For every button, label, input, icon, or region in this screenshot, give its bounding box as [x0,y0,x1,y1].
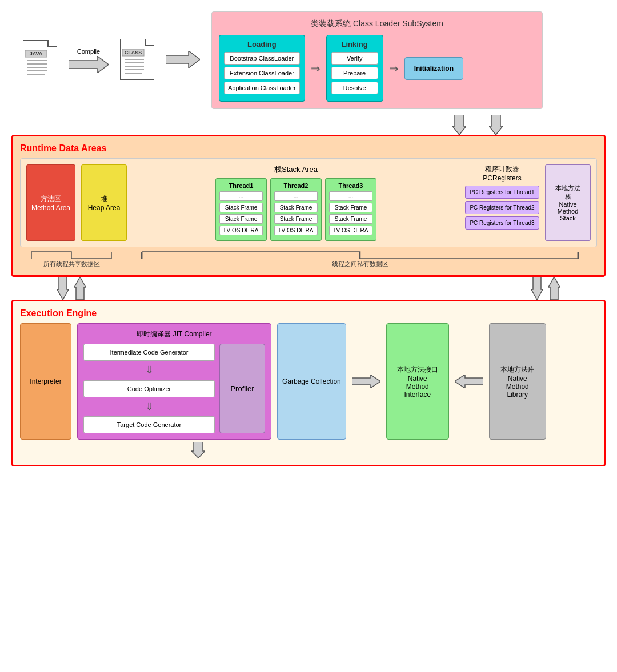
heap-area-box: 堆 Heap Area [81,164,127,241]
linking-title: Linking [331,40,378,49]
jit-compiler-box: 即时编译器 JIT Compiler Itermediate Code Gene… [77,323,271,440]
shared-brace-group: 所有线程共享数据区 [20,251,123,268]
left-vertical-arrows [57,277,86,300]
stack-threads: Thread1 ... Stack Frame Stack Frame LV O… [215,178,376,241]
bootstrap-classloader: Bootstrap ClassLoader [224,52,300,65]
arrow-down-1 [452,115,466,135]
big-arrow-right [166,51,200,70]
thread2-lv: LV OS DL RA [274,226,318,235]
method-area-label: 方法区 Method Area [31,194,70,212]
diagram-wrapper: JAVA Compile CLASS [11,11,606,466]
classloader-title: 类装载系统 Class Loader SubSystem [219,19,535,29]
class-file-icon: CLASS [120,39,154,82]
jit-title: 即时编译器 JIT Compiler [83,329,265,339]
classloader-system: 类装载系统 Class Loader SubSystem Loading Boo… [211,11,543,109]
svg-marker-20 [57,277,69,300]
initialization-box: Initialization [404,57,463,80]
svg-text:CLASS: CLASS [125,50,142,55]
thread1-sf1: Stack Frame [219,203,263,212]
execution-section: Execution Engine Interpreter 即时编译器 JIT C… [11,300,606,466]
nml-label: 本地方法库 Native Method Library [500,365,535,399]
thread2-title: Thread2 [274,182,318,189]
svg-marker-19 [489,115,503,135]
jit-steps: Itermediate Code Generator ⇓ Code Optimi… [83,344,215,433]
thread3-lv: LV OS DL RA [329,226,372,235]
jit-inner: Itermediate Code Generator ⇓ Code Optimi… [83,344,265,433]
runtime-to-execution-arrows [11,277,606,300]
application-classloader: Application ClassLoader [224,82,300,94]
stack-area-section: 栈Stack Area Thread1 ... Stack Frame Stac… [133,164,459,241]
loading-to-linking-arrow: ⇒ [311,62,320,75]
private-label: 线程之间私有数据区 [332,260,388,268]
jit-arrow-2: ⇓ [83,401,215,413]
garbage-collection-box: Garbage Collection [277,323,346,440]
thread3-title: Thread3 [329,182,372,189]
gc-down-arrow [20,442,597,458]
native-method-stack-label: 本地方法 栈 Native Method Stack [555,184,580,222]
native-method-library-box: 本地方法库 Native Method Library [489,323,546,440]
svg-marker-21 [74,277,86,300]
shared-label: 所有线程共享数据区 [43,260,100,268]
method-area-box: 方法区 Method Area [26,164,75,241]
thread1-lv: LV OS DL RA [219,226,263,235]
native-method-stack-box: 本地方法 栈 Native Method Stack [545,164,591,241]
arrow-down-2 [489,115,503,135]
classloader-inner: Loading Bootstrap ClassLoader Extension … [219,35,535,102]
thread2-dots: ... [274,191,318,201]
nmi-label: 本地方法接口 Native Method Interface [397,365,438,399]
prepare-item: Prepare [331,67,378,79]
thread1-title: Thread1 [219,182,263,189]
thread2-sf1: Stack Frame [274,203,318,212]
execution-title: Execution Engine [20,308,597,319]
pc-thread1: PC Registers for Thread1 [465,186,539,199]
svg-marker-24 [352,375,380,388]
loading-title: Loading [224,40,300,49]
shared-brace-svg [26,251,117,260]
brace-row: 所有线程共享数据区 线程之间私有数据区 [20,251,597,268]
runtime-inner: 方法区 Method Area 堆 Heap Area 栈Stack Area … [20,158,597,247]
loading-box: Loading Bootstrap ClassLoader Extension … [219,35,305,102]
nml-to-nmi-arrow [455,323,483,440]
pc-thread3: PC Registers for Thread3 [465,216,539,230]
thread2-sf2: Stack Frame [274,214,318,224]
heap-area-label: 堆 Heap Area [88,194,121,212]
svg-marker-26 [191,442,205,458]
compile-arrow: Compile [69,48,109,73]
private-brace-svg [123,251,597,260]
thread3-dots: ... [329,191,372,201]
thread3-box: Thread3 ... Stack Frame Stack Frame LV O… [325,178,376,241]
linking-to-init-arrow: ⇒ [389,62,399,75]
jit-arrow-1: ⇓ [83,364,215,377]
interpreter-box: Interpreter [20,323,71,440]
svg-marker-22 [531,277,543,300]
native-method-interface-box: 本地方法接口 Native Method Interface [386,323,449,440]
thread2-box: Thread2 ... Stack Frame Stack Frame LV O… [270,178,322,241]
pc-registers-section: 程序计数器 PCRegisters PC Registers for Threa… [465,164,539,241]
jit-step-1: Itermediate Code Generator [83,344,215,361]
jit-step-2: Code Optimizer [83,380,215,397]
compile-label: Compile [77,48,100,55]
thread1-box: Thread1 ... Stack Frame Stack Frame LV O… [215,178,267,241]
pc-title: 程序计数器 PCRegisters [483,164,521,182]
gc-to-nmi-arrow [352,323,380,440]
jit-step-3: Target Code Generator [83,416,215,433]
runtime-section: Runtime Data Areas 方法区 Method Area 堆 Hea… [11,135,606,277]
svg-marker-18 [452,115,466,135]
svg-marker-17 [166,51,200,68]
runtime-title: Runtime Data Areas [20,143,597,154]
right-vertical-arrows [531,277,560,300]
resolve-item: Resolve [331,82,378,94]
top-section: JAVA Compile CLASS [11,11,606,109]
extension-classloader: Extension ClassLoader [224,67,300,79]
thread1-sf2: Stack Frame [219,214,263,224]
svg-marker-23 [548,277,560,300]
thread3-sf2: Stack Frame [329,214,372,224]
execution-inner: Interpreter 即时编译器 JIT Compiler Itermedia… [20,323,597,440]
private-brace-group: 线程之间私有数据区 [123,251,597,268]
java-file-icon: JAVA [23,40,57,81]
cl-to-runtime-arrows [11,115,606,135]
thread1-dots: ... [219,191,263,201]
verify-item: Verify [331,52,378,65]
stack-area-title: 栈Stack Area [274,164,318,175]
thread3-sf1: Stack Frame [329,203,372,212]
